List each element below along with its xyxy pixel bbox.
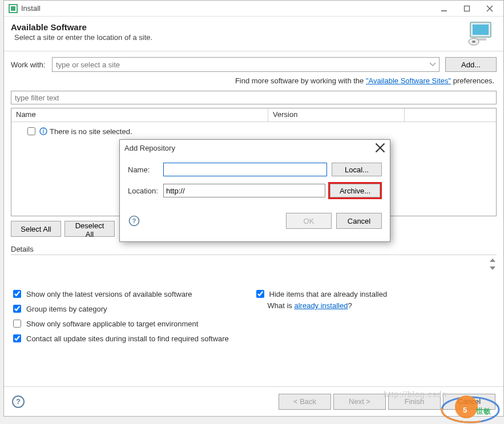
- details-label: Details: [11, 245, 497, 255]
- back-button[interactable]: < Back: [279, 394, 331, 410]
- next-button[interactable]: Next >: [333, 394, 386, 410]
- row-checkbox[interactable]: [27, 127, 35, 135]
- empty-message: There is no site selected.: [50, 127, 132, 136]
- whatis-text: What is already installed?: [254, 301, 497, 310]
- work-with-combo[interactable]: type or select a site: [52, 57, 440, 72]
- close-button[interactable]: [478, 1, 501, 16]
- name-label: Name:: [128, 165, 163, 174]
- dialog-cancel-button[interactable]: Cancel: [336, 213, 382, 229]
- local-button[interactable]: Local...: [332, 163, 382, 176]
- minimize-button[interactable]: [433, 1, 455, 16]
- page-subtitle: Select a site or enter the location of a…: [11, 33, 467, 42]
- opt-applicable[interactable]: Show only software applicable to target …: [11, 316, 254, 331]
- window-title: Install: [21, 4, 41, 13]
- add-button[interactable]: Add...: [445, 57, 497, 72]
- close-icon[interactable]: [375, 143, 385, 153]
- cancel-button[interactable]: Cancel: [443, 394, 495, 410]
- work-with-placeholder: type or select a site: [56, 60, 120, 69]
- location-input[interactable]: [163, 184, 325, 197]
- info-icon: i: [39, 127, 47, 135]
- archive-highlight: Archive...: [328, 182, 382, 199]
- app-icon: [9, 4, 18, 13]
- find-more-text: Find more software by working with the "…: [11, 72, 497, 91]
- select-all-button[interactable]: Select All: [11, 221, 61, 237]
- details-box: [11, 255, 497, 281]
- column-spacer: [405, 108, 496, 122]
- column-name[interactable]: Name: [11, 108, 268, 122]
- work-with-label: Work with:: [11, 60, 52, 69]
- install-icon: [467, 21, 494, 46]
- opt-contact[interactable]: Contact all update sites during install …: [11, 331, 254, 346]
- page-title: Available Software: [11, 22, 467, 32]
- filter-input[interactable]: [11, 91, 497, 104]
- svg-rect-3: [465, 6, 470, 11]
- help-icon[interactable]: ?: [12, 395, 25, 408]
- tree-row: i There is no site selected.: [16, 124, 491, 138]
- header: Available Software Select a site or ente…: [4, 17, 503, 51]
- svg-rect-7: [473, 25, 489, 35]
- location-label: Location:: [128, 187, 163, 195]
- ok-button[interactable]: OK: [286, 213, 332, 229]
- available-sites-link[interactable]: "Available Software Sites": [366, 76, 451, 85]
- watermark-text: http://blog.csdn: [384, 390, 447, 399]
- deselect-all-button[interactable]: Deselect All: [64, 221, 115, 237]
- details-spinner[interactable]: [490, 259, 495, 270]
- dialog-title: Add Repository: [124, 144, 175, 152]
- svg-rect-1: [11, 6, 15, 11]
- svg-text:i: i: [43, 127, 45, 135]
- add-repository-dialog: Add Repository Name: Local... Location: …: [119, 139, 390, 242]
- titlebar: Install: [4, 1, 503, 17]
- maximize-button[interactable]: [455, 1, 478, 16]
- svg-point-10: [472, 41, 475, 43]
- chevron-down-icon: [430, 63, 436, 66]
- opt-latest[interactable]: Show only the latest versions of availab…: [11, 286, 254, 301]
- dialog-help-icon[interactable]: ?: [129, 216, 140, 227]
- opt-hide[interactable]: Hide items that are already installed: [254, 286, 497, 301]
- column-version[interactable]: Version: [268, 108, 405, 122]
- opt-group[interactable]: Group items by category: [11, 301, 254, 316]
- already-installed-link[interactable]: already installed: [294, 301, 348, 310]
- archive-button[interactable]: Archive...: [330, 184, 380, 197]
- name-input[interactable]: [163, 163, 327, 176]
